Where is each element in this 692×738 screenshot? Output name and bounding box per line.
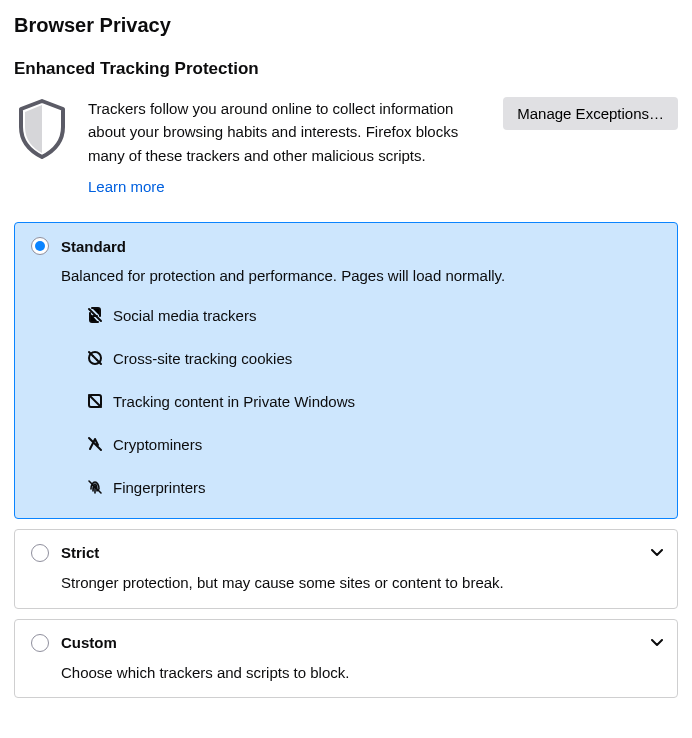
fingerprinter-icon <box>87 479 103 495</box>
tracker-list: Social media trackers Cross-site trackin… <box>87 307 661 496</box>
option-custom[interactable]: Custom Choose which trackers and scripts… <box>14 619 678 699</box>
option-standard-desc: Balanced for protection and performance.… <box>61 265 661 287</box>
tracker-item: Social media trackers <box>87 307 661 324</box>
option-standard[interactable]: Standard Balanced for protection and per… <box>14 222 678 519</box>
intro-text: Trackers follow you around online to col… <box>88 97 485 198</box>
option-custom-desc: Choose which trackers and scripts to blo… <box>61 662 661 684</box>
section-title-etp: Enhanced Tracking Protection <box>14 59 678 79</box>
svg-point-2 <box>96 359 98 361</box>
cookie-blocked-icon <box>87 350 103 366</box>
learn-more-link[interactable]: Learn more <box>88 178 165 195</box>
chevron-down-icon <box>651 546 663 560</box>
shield-icon <box>14 97 70 159</box>
option-standard-name: Standard <box>61 238 126 255</box>
tracker-item: Tracking content in Private Windows <box>87 393 661 410</box>
tracker-label: Tracking content in Private Windows <box>113 393 355 410</box>
chevron-down-icon <box>651 636 663 650</box>
option-strict-header[interactable]: Strict <box>31 544 661 562</box>
option-strict-desc: Stronger protection, but may cause some … <box>61 572 661 594</box>
tracking-content-icon <box>87 393 103 409</box>
tracker-label: Cryptominers <box>113 436 202 453</box>
tracker-label: Cross-site tracking cookies <box>113 350 292 367</box>
radio-custom[interactable] <box>31 634 49 652</box>
tracker-item: Fingerprinters <box>87 479 661 496</box>
tracker-label: Fingerprinters <box>113 479 206 496</box>
cryptominer-icon <box>87 436 103 452</box>
option-custom-header[interactable]: Custom <box>31 634 661 652</box>
social-tracker-icon <box>87 307 103 323</box>
option-standard-header[interactable]: Standard <box>31 237 661 255</box>
option-strict[interactable]: Strict Stronger protection, but may caus… <box>14 529 678 609</box>
option-custom-name: Custom <box>61 634 117 651</box>
intro-row: Trackers follow you around online to col… <box>14 97 678 198</box>
tracker-label: Social media trackers <box>113 307 256 324</box>
tracker-item: Cross-site tracking cookies <box>87 350 661 367</box>
radio-standard[interactable] <box>31 237 49 255</box>
page-title: Browser Privacy <box>14 14 678 37</box>
intro-paragraph: Trackers follow you around online to col… <box>88 97 485 167</box>
svg-point-1 <box>92 355 94 357</box>
manage-exceptions-button[interactable]: Manage Exceptions… <box>503 97 678 130</box>
radio-strict[interactable] <box>31 544 49 562</box>
tracker-item: Cryptominers <box>87 436 661 453</box>
option-strict-name: Strict <box>61 544 99 561</box>
